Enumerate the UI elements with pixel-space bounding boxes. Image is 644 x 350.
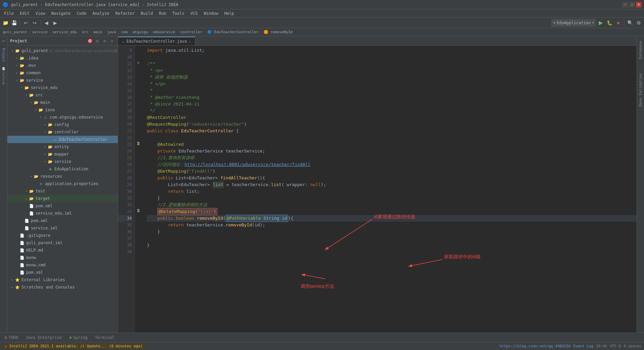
todo-tab[interactable]: 6 TODO: [1, 334, 21, 342]
project-label[interactable]: Project: [2, 48, 5, 62]
tree-service-edu[interactable]: ▾ 📂 service_edu: [7, 84, 118, 91]
project-tab-icon[interactable]: 1: [0, 38, 7, 44]
breadcrumb-remove-by-id[interactable]: 🟠 removeById: [264, 30, 293, 34]
menu-vcs[interactable]: VCS: [188, 9, 201, 17]
debug-button[interactable]: 🐛: [605, 19, 613, 27]
tree-pom-root[interactable]: 📄 pom.xml: [7, 269, 118, 276]
toolbar-nav-back[interactable]: ◀: [42, 19, 50, 27]
menu-file[interactable]: File: [1, 9, 16, 17]
left-tab-favorites[interactable]: ★: [0, 80, 7, 87]
close-button[interactable]: ✕: [636, 2, 641, 7]
spring-tab[interactable]: ☘ Spring: [66, 334, 91, 342]
status-warning-msg[interactable]: ⚠ IntelliJ IDEA 2021.1 available: // Upd…: [3, 344, 145, 349]
run-configuration[interactable]: ☘ EduApplication ▼: [551, 19, 596, 27]
tree-arrow-config[interactable]: ▸: [43, 122, 48, 127]
tree-test[interactable]: ▸ 📂 test: [7, 187, 118, 195]
stop-button[interactable]: ■: [614, 19, 622, 27]
menu-code[interactable]: Code: [74, 9, 89, 17]
run-config-dropdown[interactable]: ▼: [592, 21, 594, 25]
tree-arrow-resources[interactable]: ▾: [29, 174, 34, 179]
tree-external-libraries[interactable]: ▸ ⭐ External Libraries: [7, 276, 118, 283]
tree-config[interactable]: ▸ 📂 config: [7, 121, 118, 128]
tree-help-md[interactable]: 📄 HELP.md: [7, 247, 118, 254]
tree-main[interactable]: ▾ 📂 main: [7, 99, 118, 106]
tree-entity[interactable]: ▸ 📂 entity: [7, 143, 118, 150]
breadcrumb-service-edu[interactable]: service_edu: [52, 30, 77, 34]
tree-service-edu-iml[interactable]: 📄 service_edu.iml: [7, 210, 118, 217]
breadcrumb-eduservice[interactable]: eduservice: [153, 30, 175, 34]
tree-gitignore[interactable]: 📄 .gitignore: [7, 232, 118, 239]
breadcrumb-src[interactable]: src: [82, 30, 89, 34]
toolbar-open-btn[interactable]: 📁: [1, 19, 9, 27]
breadcrumb-atguigu[interactable]: atguigu: [132, 30, 148, 34]
tree-com-atguigu[interactable]: ▾ ◻ com.atguigu.eduservice: [7, 114, 118, 121]
status-indent[interactable]: 4 spaces: [624, 344, 641, 348]
java-enterprise-tab[interactable]: Java Enterprise: [22, 334, 65, 342]
database-panel-tab[interactable]: Database: [638, 36, 643, 63]
toolbar-redo-btn[interactable]: ↪: [31, 19, 39, 27]
tree-guli-parent-iml[interactable]: 📄 guli_parent.iml: [7, 239, 118, 247]
toolbar-nav-forward[interactable]: ▶: [51, 19, 59, 27]
breadcrumb-service[interactable]: service: [32, 30, 47, 34]
sidebar-close-btn[interactable]: ✕: [109, 38, 115, 44]
menu-analyze[interactable]: Analyze: [90, 9, 112, 17]
breadcrumb-guli-parent[interactable]: guli_parent: [3, 30, 27, 34]
menu-edit[interactable]: Edit: [17, 9, 32, 17]
tree-service[interactable]: ▾ 📂 service: [7, 77, 118, 84]
tree-app-properties[interactable]: ⚙ application.properties: [7, 180, 118, 187]
minimize-button[interactable]: ─: [623, 2, 628, 7]
toolbar-settings-btn[interactable]: ⚙: [635, 19, 643, 27]
window-controls[interactable]: ─ □ ✕: [623, 2, 641, 7]
tree-arrow-target[interactable]: ▸: [24, 196, 29, 201]
tree-arrow-java[interactable]: ▾: [34, 107, 38, 112]
menu-window[interactable]: Window: [201, 9, 221, 17]
tree-arrow-ext-lib[interactable]: ▸: [10, 277, 15, 282]
tree-scratches[interactable]: ▸ ⭐ Scratches and Consoles: [7, 283, 118, 291]
menu-view[interactable]: View: [33, 9, 48, 17]
toolbar-undo-btn[interactable]: ↩: [22, 19, 30, 27]
code-editor[interactable]: 9 10 11 12 13 14 15 16 17 18 19 20 21 22…: [118, 46, 637, 333]
tree-arrow-entity[interactable]: ▸: [43, 144, 48, 149]
run-button[interactable]: ▶: [597, 19, 605, 27]
tree-target[interactable]: ▸ 📂 target: [7, 195, 118, 202]
tree-arrow-controller[interactable]: ▾: [43, 130, 48, 134]
left-tab-structure[interactable]: Structure: [0, 73, 7, 79]
bean-validation-tab[interactable]: Bean Validation: [638, 70, 643, 110]
tree-pom-service[interactable]: 📄 pom.xml: [7, 217, 118, 224]
editor-tab-edu-teacher-ctrl[interactable]: ☕ EduTeacherController.java ✕: [118, 37, 195, 45]
tree-arrow-com-atguigu[interactable]: ▾: [38, 115, 43, 120]
menu-navigate[interactable]: Navigate: [49, 9, 73, 17]
tree-arrow-service-pkg[interactable]: ▸: [43, 159, 48, 164]
tree-edu-application[interactable]: ☘ EduApplication: [7, 165, 118, 173]
toolbar-save-btn[interactable]: 💾: [10, 19, 18, 27]
tree-mvnw-cmd[interactable]: 📄 mvnw.cmd: [7, 261, 118, 269]
tree-service-pkg[interactable]: ▸ 📂 service: [7, 158, 118, 165]
tree-mvnw[interactable]: 📄 mvnw: [7, 254, 118, 261]
breadcrumb-edu-teacher[interactable]: 🔵 EduTeacherController: [207, 30, 259, 34]
toolbar-search-btn[interactable]: 🔍: [626, 19, 634, 27]
tree-idea[interactable]: ▸ 📂 .idea: [7, 54, 118, 62]
tree-controller[interactable]: ▾ 📂 controller: [7, 128, 118, 136]
breadcrumb-main[interactable]: main: [93, 30, 102, 34]
breadcrumb-com[interactable]: com: [121, 30, 128, 34]
status-event-log[interactable]: Event Log: [573, 344, 593, 348]
menu-tools[interactable]: Tools: [170, 9, 187, 17]
code-content[interactable]: import java.util.List; /** * <p> * 讲师 前端…: [142, 46, 637, 333]
status-encoding[interactable]: UTF-8: [610, 344, 621, 348]
tree-common[interactable]: ▸ 📂 common: [7, 69, 118, 77]
tree-mvn[interactable]: ▸ 📂 .mvn: [7, 62, 118, 69]
tree-mapper[interactable]: ▸ 📂 mapper: [7, 150, 118, 158]
tree-arrow-mapper[interactable]: ▸: [43, 152, 48, 157]
tree-arrow-guli-parent[interactable]: ▾: [10, 48, 15, 53]
breadcrumb-controller[interactable]: controller: [180, 30, 202, 34]
menu-build[interactable]: Build: [138, 9, 156, 17]
tree-arrow-scratches[interactable]: ▸: [10, 285, 15, 290]
sidebar-collapse-btn[interactable]: ⊟: [94, 38, 100, 44]
tree-arrow-common[interactable]: ▸: [15, 71, 19, 75]
tree-pom-service-edu[interactable]: 📄 pom.xml: [7, 202, 118, 210]
tab-close-btn[interactable]: ✕: [189, 40, 191, 43]
tree-src[interactable]: ▾ 📂 src: [7, 91, 118, 99]
maximize-button[interactable]: □: [629, 2, 635, 7]
menu-refactor[interactable]: Refactor: [113, 9, 138, 17]
tree-edu-teacher-ctrl[interactable]: ☕ EduTeacherController: [7, 136, 118, 143]
